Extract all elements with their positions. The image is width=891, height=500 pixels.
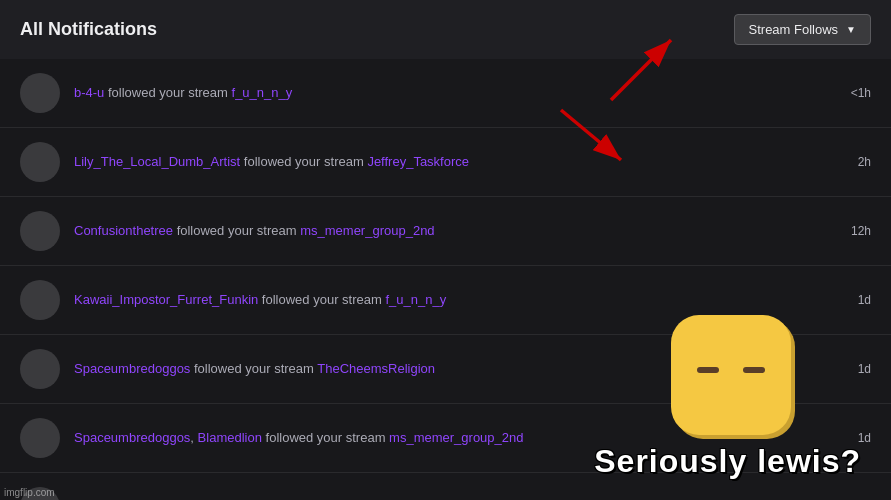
chevron-down-icon: ▼	[846, 24, 856, 35]
stream-name[interactable]: f_u_n_n_y	[232, 85, 293, 100]
app-container: All Notifications Stream Follows ▼ b-4-u…	[0, 0, 891, 500]
notification-text: Spaceumbredoggos, Blamedlion followed yo…	[74, 428, 846, 448]
notification-text: b-4-u followed your stream f_u_n_n_y	[74, 83, 839, 103]
notification-list: b-4-u followed your stream f_u_n_n_y<1hL…	[0, 59, 891, 500]
username[interactable]: b-4-u	[74, 85, 104, 100]
username[interactable]: Spaceumbredoggos	[74, 361, 190, 376]
username[interactable]: Confusionthetree	[74, 223, 173, 238]
avatar	[20, 349, 60, 389]
avatar	[20, 211, 60, 251]
username[interactable]: Kawaii_Impostor_Furret_Funkin	[74, 292, 258, 307]
timestamp: 2h	[858, 155, 871, 169]
stream-name[interactable]: f_u_n_n_y	[385, 292, 446, 307]
notification-item: b-4-u followed your stream f_u_n_n_y<1h	[0, 59, 891, 128]
avatar	[20, 142, 60, 182]
avatar	[20, 487, 60, 500]
username[interactable]: Spaceumbredoggos	[74, 430, 190, 445]
notification-item: Confusionthetree followed your stream ms…	[0, 197, 891, 266]
stream-name[interactable]: ms_memer_group_2nd	[300, 223, 434, 238]
notification-text: Spaceumbredoggos followed your stream Th…	[74, 359, 846, 379]
timestamp: 1d	[858, 362, 871, 376]
stream-name[interactable]: TheCheemsReligion	[317, 361, 435, 376]
page-title: All Notifications	[20, 19, 157, 40]
notification-item: Spaceumbredoggos, Blamedlion followed yo…	[0, 404, 891, 473]
stream-name[interactable]: Jeffrey_Taskforce	[367, 154, 469, 169]
header: All Notifications Stream Follows ▼	[0, 0, 891, 59]
avatar	[20, 418, 60, 458]
timestamp: 1d	[858, 293, 871, 307]
stream-follows-dropdown[interactable]: Stream Follows ▼	[734, 14, 871, 45]
dropdown-label: Stream Follows	[749, 22, 839, 37]
notification-text: Lily_The_Local_Dumb_Artist followed your…	[74, 152, 846, 172]
notification-item: Lily_The_Local_Dumb_Artist followed your…	[0, 128, 891, 197]
notification-item: lewis0428 followed your stream PornPolic…	[0, 473, 891, 500]
timestamp: 12h	[851, 224, 871, 238]
timestamp: <1h	[851, 86, 871, 100]
notification-text: Confusionthetree followed your stream ms…	[74, 221, 839, 241]
username[interactable]: Lily_The_Local_Dumb_Artist	[74, 154, 240, 169]
timestamp: 1d	[858, 431, 871, 445]
username2[interactable]: Blamedlion	[198, 430, 262, 445]
notification-item: Kawaii_Impostor_Furret_Funkin followed y…	[0, 266, 891, 335]
avatar	[20, 280, 60, 320]
notification-text: Kawaii_Impostor_Furret_Funkin followed y…	[74, 290, 846, 310]
avatar	[20, 73, 60, 113]
stream-name[interactable]: ms_memer_group_2nd	[389, 430, 523, 445]
notification-item: Spaceumbredoggos followed your stream Th…	[0, 335, 891, 404]
